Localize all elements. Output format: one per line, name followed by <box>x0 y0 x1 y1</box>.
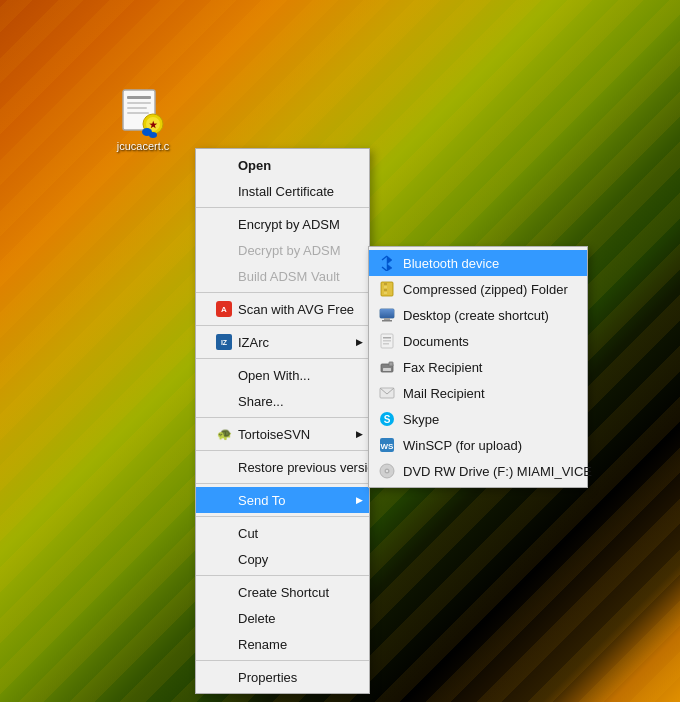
svg-rect-1 <box>127 96 151 99</box>
izarc-icon: IZ <box>216 334 232 350</box>
svg-rect-15 <box>384 283 387 285</box>
menu-item-create-shortcut[interactable]: Create Shortcut <box>196 579 369 605</box>
menu-item-copy[interactable]: Copy <box>196 546 369 572</box>
sendto-zip[interactable]: Compressed (zipped) Folder <box>369 276 587 302</box>
sendto-bluetooth[interactable]: Bluetooth device <box>369 250 587 276</box>
menu-item-cut[interactable]: Cut <box>196 520 369 546</box>
skype-icon: S <box>379 411 395 427</box>
fax-icon <box>379 359 395 375</box>
desktop-icon-certificate[interactable]: ★ jcucacert.c <box>108 88 178 152</box>
menu-item-tortoisesvn[interactable]: 🐢 TortoiseSVN <box>196 421 369 447</box>
share-icon <box>216 393 232 409</box>
svg-rect-2 <box>127 102 151 104</box>
desktop: ★ jcucacert.c Open Install Certificate E… <box>0 0 680 702</box>
separator-5 <box>196 417 369 418</box>
sendto-submenu: Bluetooth device Compressed (zipped) Fol… <box>368 246 588 488</box>
svg-text:★: ★ <box>149 120 158 130</box>
svg-line-13 <box>382 267 387 271</box>
menu-item-decrypt-adsm: Decrypt by ADSM <box>196 237 369 263</box>
sendto-dvd[interactable]: DVD RW Drive (F:) MIAMI_VICE <box>369 458 587 484</box>
separator-8 <box>196 516 369 517</box>
menu-item-install-cert[interactable]: Install Certificate <box>196 178 369 204</box>
sendto-fax[interactable]: Fax Recipient <box>369 354 587 380</box>
open-with-icon <box>216 367 232 383</box>
menu-item-izarc[interactable]: IZ IZArc <box>196 329 369 355</box>
shortcut-icon <box>216 584 232 600</box>
svg-marker-10 <box>387 256 392 264</box>
sendto-documents[interactable]: Documents <box>369 328 587 354</box>
svg-rect-16 <box>384 286 387 288</box>
menu-item-send-to[interactable]: Send To <box>196 487 369 513</box>
svg-rect-21 <box>384 318 390 320</box>
svg-rect-29 <box>383 368 391 371</box>
svg-rect-3 <box>127 107 147 109</box>
copy-icon <box>216 551 232 567</box>
svg-rect-28 <box>389 362 393 366</box>
open-icon <box>216 157 232 173</box>
svg-rect-20 <box>380 309 394 318</box>
svg-text:S: S <box>384 414 391 425</box>
svg-rect-25 <box>383 340 391 342</box>
svg-rect-24 <box>383 337 391 339</box>
separator-1 <box>196 207 369 208</box>
restore-icon <box>216 459 232 475</box>
svg-marker-11 <box>387 264 392 271</box>
svg-text:WS: WS <box>381 442 395 451</box>
svg-rect-26 <box>383 343 389 345</box>
menu-item-rename[interactable]: Rename <box>196 631 369 657</box>
desktop-icon-label: jcucacert.c <box>117 140 170 152</box>
svg-rect-18 <box>384 292 387 294</box>
menu-item-scan-avg[interactable]: A Scan with AVG Free <box>196 296 369 322</box>
install-cert-icon <box>216 183 232 199</box>
svg-line-12 <box>382 256 387 260</box>
documents-icon <box>379 333 395 349</box>
menu-item-properties[interactable]: Properties <box>196 664 369 690</box>
menu-item-delete[interactable]: Delete <box>196 605 369 631</box>
separator-4 <box>196 358 369 359</box>
send-to-icon <box>216 492 232 508</box>
winscp-icon: WS <box>379 437 395 453</box>
svg-rect-17 <box>384 289 387 291</box>
mail-icon <box>379 385 395 401</box>
separator-9 <box>196 575 369 576</box>
separator-2 <box>196 292 369 293</box>
avg-icon: A <box>216 301 232 317</box>
separator-7 <box>196 483 369 484</box>
svg-point-37 <box>386 470 388 472</box>
encrypt-icon <box>216 216 232 232</box>
menu-item-open-with[interactable]: Open With... <box>196 362 369 388</box>
menu-item-build-adsm: Build ADSM Vault <box>196 263 369 289</box>
build-icon <box>216 268 232 284</box>
properties-icon <box>216 669 232 685</box>
menu-item-restore-prev[interactable]: Restore previous versions <box>196 454 369 480</box>
separator-10 <box>196 660 369 661</box>
sendto-skype[interactable]: S Skype <box>369 406 587 432</box>
certificate-icon-image: ★ <box>119 88 167 136</box>
svg-point-9 <box>149 132 157 138</box>
context-menu: Open Install Certificate Encrypt by ADSM… <box>195 148 370 694</box>
bluetooth-icon <box>379 255 395 271</box>
delete-icon <box>216 610 232 626</box>
zip-icon <box>379 281 395 297</box>
cut-icon <box>216 525 232 541</box>
desktop-shortcut-icon <box>379 307 395 323</box>
svg-rect-4 <box>127 112 149 114</box>
svg-rect-22 <box>382 320 392 322</box>
separator-3 <box>196 325 369 326</box>
decrypt-icon <box>216 242 232 258</box>
separator-6 <box>196 450 369 451</box>
tortoisesvn-icon: 🐢 <box>216 426 232 442</box>
sendto-mail[interactable]: Mail Recipient <box>369 380 587 406</box>
dvd-icon <box>379 463 395 479</box>
menu-item-share[interactable]: Share... <box>196 388 369 414</box>
sendto-desktop[interactable]: Desktop (create shortcut) <box>369 302 587 328</box>
rename-icon <box>216 636 232 652</box>
menu-item-open[interactable]: Open <box>196 152 369 178</box>
sendto-winscp[interactable]: WS WinSCP (for upload) <box>369 432 587 458</box>
menu-item-encrypt-adsm[interactable]: Encrypt by ADSM <box>196 211 369 237</box>
